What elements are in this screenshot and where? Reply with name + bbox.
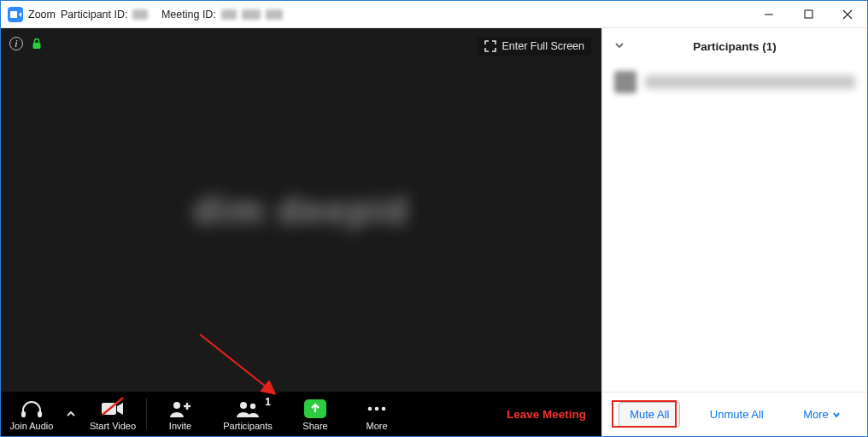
svg-rect-6 bbox=[21, 411, 26, 417]
enter-fullscreen-button[interactable]: Enter Full Screen bbox=[478, 37, 591, 56]
mute-all-label: Mute All bbox=[630, 408, 669, 421]
share-button[interactable]: Share bbox=[282, 392, 349, 436]
meeting-controls: Join Audio Start Video bbox=[1, 392, 601, 436]
participants-panel: Participants (1) Mute All Unmute All Mor… bbox=[601, 28, 867, 436]
unmute-all-label: Unmute All bbox=[710, 408, 764, 421]
window-controls bbox=[749, 1, 867, 28]
panel-more-label: More bbox=[803, 408, 829, 421]
svg-line-5 bbox=[200, 334, 273, 393]
svg-point-13 bbox=[240, 402, 247, 409]
panel-more-button[interactable]: More bbox=[793, 403, 851, 426]
speaker-name-redacted: dim deepid bbox=[193, 189, 408, 232]
participant-id-value-redacted bbox=[132, 9, 148, 20]
invite-button[interactable]: Invite bbox=[147, 392, 214, 436]
svg-rect-4 bbox=[33, 43, 41, 49]
svg-point-18 bbox=[382, 406, 386, 410]
join-audio-label: Join Audio bbox=[10, 421, 54, 431]
meeting-id-value-redacted-2 bbox=[242, 9, 261, 20]
participant-name-redacted bbox=[645, 75, 855, 89]
share-label: Share bbox=[302, 421, 327, 431]
stage-top-left-icons: i bbox=[9, 37, 42, 50]
leave-meeting-label: Leave Meeting bbox=[507, 408, 586, 421]
participants-panel-footer: Mute All Unmute All More bbox=[602, 392, 867, 436]
participants-panel-title: Participants (1) bbox=[693, 40, 777, 53]
invite-label: Invite bbox=[169, 421, 191, 431]
chevron-down-icon bbox=[832, 410, 841, 419]
invite-icon bbox=[168, 400, 192, 417]
more-button[interactable]: More bbox=[349, 392, 405, 436]
titlebar-left: Zoom Participant ID: Meeting ID: bbox=[1, 7, 283, 22]
svg-line-9 bbox=[103, 398, 123, 415]
svg-point-17 bbox=[375, 406, 379, 410]
encryption-lock-icon bbox=[32, 38, 42, 50]
participant-avatar-redacted bbox=[614, 71, 636, 93]
svg-rect-7 bbox=[38, 411, 42, 417]
minimize-button[interactable] bbox=[749, 1, 789, 28]
svg-point-10 bbox=[173, 402, 180, 409]
participants-count-badge: 1 bbox=[265, 396, 271, 408]
chevron-down-icon bbox=[614, 40, 625, 50]
more-dots-icon bbox=[367, 405, 387, 412]
video-stage: i Enter Full Screen dim deepid bbox=[1, 28, 601, 392]
participants-icon bbox=[235, 400, 261, 417]
start-video-label: Start Video bbox=[90, 421, 136, 431]
slash-icon bbox=[100, 396, 126, 416]
fullscreen-icon bbox=[484, 40, 496, 52]
svg-point-14 bbox=[250, 403, 255, 408]
app-name: Zoom bbox=[28, 9, 56, 21]
start-video-button[interactable]: Start Video bbox=[79, 392, 146, 436]
svg-point-16 bbox=[368, 406, 372, 410]
meeting-id-value-redacted-3 bbox=[266, 9, 283, 20]
mute-all-button[interactable]: Mute All bbox=[619, 402, 680, 427]
maximize-button[interactable] bbox=[789, 1, 828, 28]
close-button[interactable] bbox=[828, 1, 867, 28]
more-label: More bbox=[366, 421, 387, 431]
participants-label: Participants bbox=[223, 421, 272, 431]
info-icon[interactable]: i bbox=[9, 37, 23, 50]
zoom-logo-icon bbox=[8, 7, 23, 22]
participant-id-label: Participant ID: bbox=[61, 9, 128, 21]
video-column: i Enter Full Screen dim deepid bbox=[1, 28, 601, 436]
headphones-icon bbox=[20, 399, 44, 418]
share-screen-icon bbox=[304, 399, 326, 418]
participant-row[interactable] bbox=[602, 64, 867, 100]
collapse-panel-button[interactable] bbox=[614, 38, 625, 54]
svg-rect-1 bbox=[805, 10, 812, 18]
participants-button[interactable]: 1 Participants bbox=[214, 392, 282, 436]
leave-meeting-button[interactable]: Leave Meeting bbox=[507, 408, 586, 421]
join-audio-options[interactable] bbox=[62, 410, 79, 418]
fullscreen-label: Enter Full Screen bbox=[501, 40, 584, 52]
chevron-up-icon bbox=[67, 410, 75, 418]
participants-panel-header: Participants (1) bbox=[602, 28, 867, 64]
join-audio-button[interactable]: Join Audio bbox=[1, 392, 62, 436]
window-body: i Enter Full Screen dim deepid bbox=[1, 28, 867, 436]
meeting-id-value-redacted bbox=[221, 9, 237, 20]
window-titlebar: Zoom Participant ID: Meeting ID: bbox=[1, 1, 867, 28]
meeting-id-label: Meeting ID: bbox=[161, 9, 216, 21]
unmute-all-button[interactable]: Unmute All bbox=[700, 403, 774, 426]
zoom-window: Zoom Participant ID: Meeting ID: bbox=[0, 0, 868, 437]
